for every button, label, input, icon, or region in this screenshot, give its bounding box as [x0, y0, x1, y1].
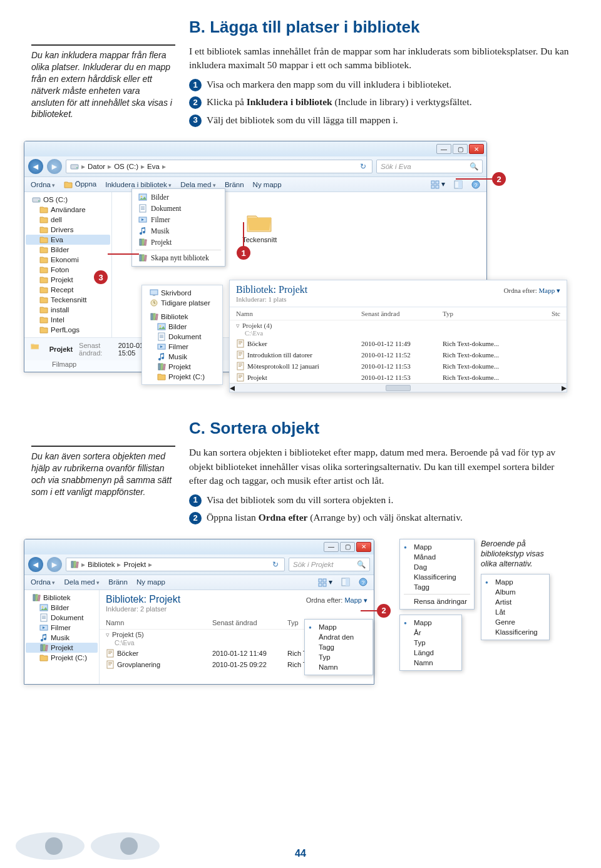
dropdown-option[interactable]: Ändrat den	[305, 632, 372, 642]
minimize-button[interactable]: —	[324, 542, 339, 552]
nav-item[interactable]: Filmer	[143, 342, 221, 352]
sort-by[interactable]: Ordna efter: Mapp ▾	[503, 287, 560, 295]
dropdown-option[interactable]: Mapp	[305, 622, 372, 632]
dropdown-option[interactable]: Album	[481, 587, 549, 597]
table-row[interactable]: Introduktion till datorer 2010-01-12 11:…	[230, 349, 567, 360]
close-button[interactable]: ✕	[469, 144, 484, 154]
back-button[interactable]: ◄	[28, 557, 43, 572]
nav-item[interactable]: Tidigare platser	[143, 298, 221, 308]
nav-item[interactable]: Musik	[26, 633, 98, 643]
menu-item[interactable]: Dokument	[132, 203, 225, 214]
dropdown-option[interactable]: Dag	[400, 562, 474, 572]
dropdown-option[interactable]: Låt	[481, 607, 549, 617]
include-in-library-button[interactable]: Inkludera i bibliotek	[105, 181, 172, 188]
sort-dropdown-1[interactable]: MappÄndrat denTaggTypNamn	[304, 619, 373, 675]
nav-item[interactable]: Musik	[143, 352, 221, 362]
nav-item[interactable]: Intel	[26, 315, 110, 325]
forward-button[interactable]: ►	[47, 557, 62, 572]
nav-item[interactable]: Dokument	[143, 332, 221, 342]
help-button[interactable]	[471, 180, 480, 189]
nav-item[interactable]: Skrivbord	[143, 288, 221, 298]
preview-pane-button[interactable]	[454, 180, 463, 189]
search-input[interactable]: Sök i Projekt 🔍	[289, 558, 370, 571]
nav-item[interactable]: install	[26, 305, 110, 315]
open-button[interactable]: Öppna	[64, 180, 96, 189]
library-subtitle[interactable]: Inkluderar: 2 platser	[106, 605, 180, 613]
forward-button[interactable]: ►	[47, 159, 62, 174]
nav-item[interactable]: dell	[26, 215, 110, 225]
nav-item[interactable]: Bilder	[26, 245, 110, 255]
breadcrumb[interactable]: ▸Bibliotek ▸Projekt ▸ ↻	[66, 558, 285, 571]
burn-button[interactable]: Bränn	[108, 578, 128, 586]
table-row[interactable]: Projekt 2010-01-12 11:53 Rich Text-dokum…	[230, 372, 567, 383]
nav-item[interactable]: Projekt (C:)	[143, 372, 221, 382]
share-button[interactable]: Dela med	[64, 578, 100, 586]
view-mode-button[interactable]: ▾	[318, 578, 332, 587]
preview-pane-button[interactable]	[341, 578, 350, 586]
dropdown-option[interactable]: Klassificering	[400, 572, 474, 582]
maximize-button[interactable]: ▢	[340, 542, 355, 552]
nav-item[interactable]: Bilder	[143, 322, 221, 332]
nav-item[interactable]: Bibliotek	[143, 312, 221, 322]
organize-button[interactable]: Ordna	[31, 181, 55, 188]
dropdown-option[interactable]: Tagg	[400, 582, 474, 592]
dropdown-option[interactable]: Mapp	[400, 618, 461, 628]
nav-item[interactable]: Projekt (C:)	[26, 653, 98, 663]
nav-item[interactable]: Teckensnitt	[26, 295, 110, 305]
menu-item[interactable]: Projekt	[132, 237, 225, 248]
dropdown-option[interactable]: Tagg	[305, 642, 372, 652]
organize-button[interactable]: Ordna	[31, 578, 55, 586]
nav-item[interactable]: Filmer	[26, 623, 98, 633]
nav-item[interactable]: Bilder	[26, 603, 98, 613]
help-button[interactable]	[359, 578, 367, 586]
view-mode-button[interactable]: ▾	[431, 180, 445, 189]
dropdown-option[interactable]: Rensa ändringar	[400, 596, 474, 606]
breadcrumb[interactable]: ▸Dator ▸OS (C:) ▸Eva ▸ ↻	[66, 160, 372, 173]
dropdown-option[interactable]: Mapp	[400, 542, 474, 552]
nav-item[interactable]: PerfLogs	[26, 325, 110, 335]
back-button[interactable]: ◄	[28, 159, 43, 174]
dropdown-option[interactable]: Månad	[400, 552, 474, 562]
nav-item[interactable]: Användare	[26, 205, 110, 215]
nav-item[interactable]: Ekonomi	[26, 255, 110, 265]
dropdown-option[interactable]: Namn	[305, 662, 372, 672]
nav-item[interactable]: Bibliotek	[26, 593, 98, 603]
group-header[interactable]: ▿Projekt (4) C:\Eva	[230, 320, 567, 338]
minimize-button[interactable]: —	[436, 144, 451, 154]
nav-item[interactable]: Recept	[26, 285, 110, 295]
table-row[interactable]: Mötesprotokoll 12 januari 2010-01-12 11:…	[230, 360, 567, 372]
maximize-button[interactable]: ▢	[453, 144, 468, 154]
dropdown-option[interactable]: Namn	[400, 658, 461, 668]
nav-item[interactable]: OS (C:)	[26, 195, 110, 205]
menu-item[interactable]: Bilder	[132, 191, 225, 203]
burn-button[interactable]: Bränn	[225, 181, 244, 188]
menu-item[interactable]: Skapa nytt bibliotek	[132, 252, 225, 263]
nav-item[interactable]: Eva	[26, 235, 110, 245]
sort-dropdown-4[interactable]: MappÅrTypLängdNamn	[399, 615, 462, 671]
menu-item[interactable]: Musik	[132, 225, 225, 237]
dropdown-option[interactable]: Genre	[481, 617, 549, 627]
column-headers[interactable]: Namn Senast ändrad Typ Stc	[230, 307, 567, 320]
sort-by[interactable]: Ordna efter: Mapp ▾	[306, 596, 367, 605]
dropdown-option[interactable]: Artist	[481, 597, 549, 607]
new-folder-button[interactable]: Ny mapp	[253, 181, 282, 188]
horizontal-scrollbar[interactable]: ◂▸	[230, 383, 567, 392]
dropdown-option[interactable]: Längd	[400, 648, 461, 658]
share-button[interactable]: Dela med	[180, 181, 216, 188]
nav-item[interactable]: Projekt	[26, 643, 98, 653]
dropdown-option[interactable]: Typ	[305, 652, 372, 662]
sort-dropdown-3[interactable]: MappAlbumArtistLåtGenreKlassificering	[481, 574, 550, 640]
library-subtitle[interactable]: Inkluderar: 1 plats	[236, 295, 307, 303]
menu-item[interactable]: Filmer	[132, 214, 225, 225]
new-folder-button[interactable]: Ny mapp	[136, 578, 165, 586]
close-button[interactable]: ✕	[356, 542, 371, 552]
nav-item[interactable]: Dokument	[26, 613, 98, 623]
search-input[interactable]: Sök i Eva 🔍	[376, 160, 483, 173]
nav-item[interactable]: Drivers	[26, 225, 110, 235]
sort-dropdown-2[interactable]: MappMånadDagKlassificeringTaggRensa ändr…	[399, 539, 475, 610]
refresh-icon[interactable]: ↻	[358, 162, 368, 171]
dropdown-option[interactable]: År	[400, 628, 461, 638]
dropdown-option[interactable]: Klassificering	[481, 627, 549, 637]
dropdown-option[interactable]: Mapp	[481, 577, 549, 587]
refresh-icon[interactable]: ↻	[270, 560, 280, 569]
